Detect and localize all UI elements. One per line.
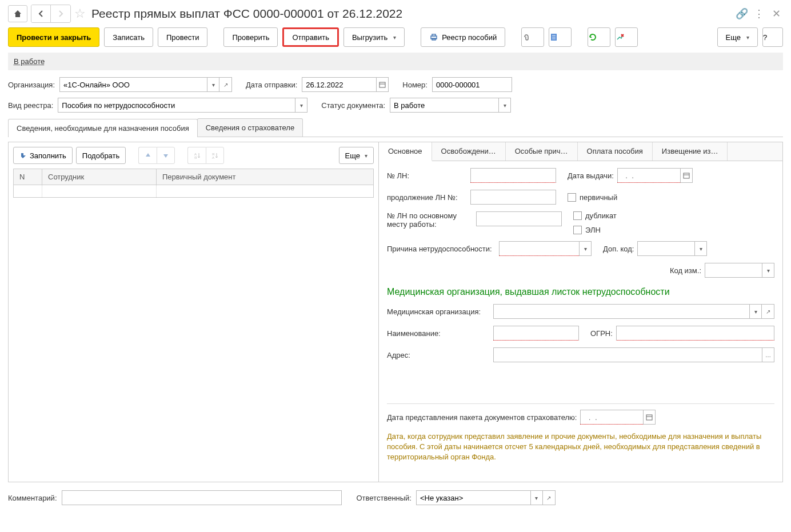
doc-status-dropdown-btn[interactable]: ▾ bbox=[498, 98, 511, 113]
post-and-close-button[interactable]: Провести и закрыть bbox=[8, 27, 99, 47]
primary-checkbox-item[interactable]: первичный bbox=[568, 193, 617, 202]
sort-desc-button[interactable]: ЯА bbox=[206, 147, 224, 164]
attach-button[interactable] bbox=[521, 27, 544, 47]
org-label: Организация: bbox=[8, 81, 55, 89]
name-input[interactable] bbox=[493, 326, 579, 341]
back-button[interactable] bbox=[31, 5, 51, 22]
check-button[interactable]: Проверить bbox=[223, 27, 278, 47]
export-button[interactable]: Выгрузить bbox=[343, 27, 405, 47]
table-row[interactable] bbox=[14, 185, 374, 198]
fill-label: Заполнить bbox=[30, 151, 66, 160]
col-n[interactable]: N bbox=[14, 169, 42, 185]
eln-checkbox[interactable] bbox=[573, 226, 582, 234]
pick-button[interactable]: Подобрать bbox=[76, 147, 126, 164]
inner-tab-special[interactable]: Особые прич… bbox=[506, 142, 578, 161]
org-input[interactable] bbox=[59, 77, 207, 92]
add-code-combo: ▾ bbox=[637, 241, 707, 256]
registry-label: Реестр пособий bbox=[442, 33, 497, 42]
ogrn-input[interactable] bbox=[616, 326, 774, 341]
link-icon[interactable]: 🔗 bbox=[736, 7, 748, 20]
sort-asc-button[interactable]: АЯ bbox=[187, 147, 206, 164]
forward-button[interactable] bbox=[51, 5, 70, 22]
inner-tab-main[interactable]: Основное bbox=[379, 142, 432, 161]
issue-date-input[interactable] bbox=[617, 168, 680, 183]
number-input[interactable] bbox=[432, 77, 512, 92]
reason-dropdown-btn[interactable]: ▾ bbox=[579, 241, 592, 256]
number-label: Номер: bbox=[402, 81, 428, 89]
cont-ln-input[interactable] bbox=[470, 190, 556, 205]
arrow-right-icon bbox=[57, 10, 65, 18]
more-button[interactable]: Еще bbox=[717, 27, 758, 47]
inner-tab-notice[interactable]: Извещение из… bbox=[653, 142, 728, 161]
address-input[interactable] bbox=[493, 347, 762, 362]
send-date-input[interactable] bbox=[302, 77, 376, 92]
tab-insurer[interactable]: Сведения о страхователе bbox=[197, 118, 303, 137]
address-more-btn[interactable]: … bbox=[762, 347, 774, 362]
responsible-dropdown-btn[interactable]: ▾ bbox=[530, 490, 543, 505]
add-code-input[interactable] bbox=[637, 241, 694, 256]
send-date-combo bbox=[302, 77, 389, 92]
change-code-input[interactable] bbox=[705, 263, 762, 278]
header-right: 🔗 ⋮ ✕ bbox=[736, 7, 783, 20]
responsible-open-btn[interactable]: ↗ bbox=[543, 490, 556, 505]
home-button[interactable] bbox=[8, 5, 27, 22]
inner-tab-payment[interactable]: Оплата пособия bbox=[578, 142, 653, 161]
svg-rect-1 bbox=[432, 34, 436, 36]
reg-type-input[interactable] bbox=[58, 98, 295, 113]
help-button[interactable]: ? bbox=[762, 27, 783, 47]
duplicate-checkbox-item[interactable]: дубликат bbox=[573, 211, 617, 220]
change-code-dropdown-btn[interactable]: ▾ bbox=[762, 263, 774, 278]
submit-date-cal-btn[interactable] bbox=[643, 410, 656, 425]
move-up-button[interactable] bbox=[138, 147, 157, 164]
add-code-dropdown-btn[interactable]: ▾ bbox=[694, 241, 707, 256]
fill-button[interactable]: Заполнить bbox=[13, 147, 73, 164]
submit-date-label: Дата представления пакета документов стр… bbox=[387, 413, 577, 422]
ln-no-input[interactable] bbox=[470, 168, 556, 183]
doc-status-input[interactable] bbox=[390, 98, 498, 113]
doc-list-button[interactable] bbox=[549, 27, 572, 47]
favorite-star-icon[interactable]: ☆ bbox=[74, 6, 86, 21]
home-icon bbox=[13, 9, 22, 18]
reason-combo: ▾ bbox=[499, 241, 592, 256]
inner-tab-release[interactable]: Освобождени… bbox=[432, 142, 506, 161]
close-button[interactable]: ✕ bbox=[770, 7, 783, 20]
registry-button[interactable]: Реестр пособий bbox=[421, 27, 505, 47]
left-more-button[interactable]: Еще bbox=[339, 147, 374, 164]
med-org-dropdown-btn[interactable]: ▾ bbox=[749, 304, 762, 319]
reason-label: Причина нетрудоспособности: bbox=[387, 245, 496, 253]
reason-input[interactable] bbox=[499, 241, 579, 256]
col-employee[interactable]: Сотрудник bbox=[42, 169, 157, 185]
med-org-row: Медицинская организация: ▾ ↗ bbox=[387, 304, 774, 319]
org-dropdown-btn[interactable]: ▾ bbox=[207, 77, 219, 92]
send-button[interactable]: Отправить bbox=[282, 27, 338, 47]
reg-type-dropdown-btn[interactable]: ▾ bbox=[295, 98, 307, 113]
inner-tabs: Основное Освобождени… Особые прич… Оплат… bbox=[379, 142, 782, 161]
duplicate-checkbox[interactable] bbox=[573, 211, 582, 220]
submit-date-row: Дата представления пакета документов стр… bbox=[387, 410, 774, 425]
submit-date-combo bbox=[580, 410, 656, 425]
comment-label: Комментарий: bbox=[8, 494, 57, 502]
refresh-button[interactable] bbox=[588, 27, 610, 47]
primary-checkbox[interactable] bbox=[568, 193, 576, 202]
cancel-post-button[interactable] bbox=[615, 27, 638, 47]
comment-input[interactable] bbox=[62, 490, 342, 505]
post-button[interactable]: Провести bbox=[158, 27, 208, 47]
issue-date-cal-btn[interactable] bbox=[680, 168, 693, 183]
save-button[interactable]: Записать bbox=[104, 27, 153, 47]
arrow-down-icon bbox=[162, 152, 169, 159]
eln-checkbox-item[interactable]: ЭЛН bbox=[573, 226, 617, 234]
ln-row: № ЛН: Дата выдачи: bbox=[387, 168, 774, 183]
med-org-input[interactable] bbox=[493, 304, 749, 319]
tab-info[interactable]: Сведения, необходимые для назначения пос… bbox=[8, 119, 198, 137]
responsible-input[interactable] bbox=[416, 490, 530, 505]
kebab-menu-icon[interactable]: ⋮ bbox=[754, 7, 764, 20]
med-org-open-btn[interactable]: ↗ bbox=[762, 304, 774, 319]
reg-type-combo: ▾ bbox=[58, 98, 307, 113]
status-link[interactable]: В работе bbox=[14, 57, 45, 66]
org-open-btn[interactable]: ↗ bbox=[219, 77, 232, 92]
main-ln-input[interactable] bbox=[476, 211, 562, 226]
move-down-button[interactable] bbox=[157, 147, 175, 164]
send-date-calendar-btn[interactable] bbox=[376, 77, 389, 92]
submit-date-input[interactable] bbox=[580, 410, 643, 425]
col-primary-doc[interactable]: Первичный документ bbox=[157, 169, 374, 185]
